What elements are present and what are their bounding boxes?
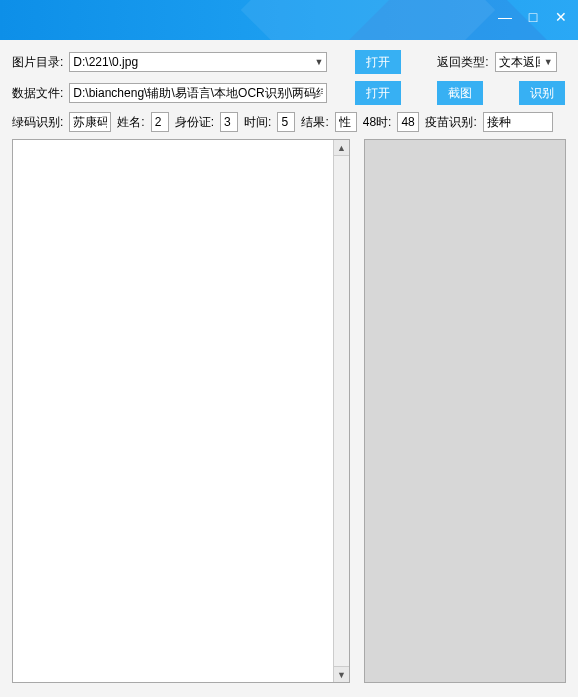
result-input[interactable] (335, 112, 357, 132)
id-input[interactable] (220, 112, 238, 132)
green-code-input[interactable] (69, 112, 111, 132)
return-type-label: 返回类型: (437, 54, 488, 71)
time-input[interactable] (277, 112, 295, 132)
vaccine-label: 疫苗识别: (425, 114, 476, 131)
capture-button[interactable]: 截图 (437, 81, 483, 105)
data-file-label: 数据文件: (12, 85, 63, 102)
result-label: 结果: (301, 114, 328, 131)
open-data-button[interactable]: 打开 (355, 81, 401, 105)
image-preview-pane (364, 139, 566, 683)
image-dir-label: 图片目录: (12, 54, 63, 71)
scroll-up-icon[interactable]: ▲ (333, 140, 349, 156)
content-area: 图片目录: ▼ 打开 返回类型: ▼ 数据文件: 打开 截图 识别 绿码识别: … (0, 40, 578, 697)
id-label: 身份证: (175, 114, 214, 131)
close-icon[interactable]: ✕ (552, 8, 570, 26)
return-type-input[interactable] (495, 52, 557, 72)
image-dir-combo[interactable]: ▼ (69, 52, 327, 72)
scroll-down-icon[interactable]: ▼ (333, 666, 349, 682)
window-controls: — □ ✕ (496, 8, 570, 26)
name-input[interactable] (151, 112, 169, 132)
title-bar: — □ ✕ (0, 0, 578, 40)
vaccine-input[interactable] (483, 112, 553, 132)
open-image-button[interactable]: 打开 (355, 50, 401, 74)
scrollbar-track[interactable] (333, 156, 349, 666)
h48-input[interactable] (397, 112, 419, 132)
text-output-pane[interactable]: ▲ ▼ (12, 139, 350, 683)
return-type-combo[interactable]: ▼ (495, 52, 557, 72)
data-file-input[interactable] (69, 83, 327, 103)
maximize-icon[interactable]: □ (524, 8, 542, 26)
row-data-file: 数据文件: 打开 截图 识别 (12, 81, 566, 105)
panes: ▲ ▼ (12, 139, 566, 683)
image-dir-input[interactable] (69, 52, 327, 72)
time-label: 时间: (244, 114, 271, 131)
row-image-dir: 图片目录: ▼ 打开 返回类型: ▼ (12, 50, 566, 74)
row-fields: 绿码识别: 姓名: 身份证: 时间: 结果: 48时: 疫苗识别: (12, 112, 566, 132)
minimize-icon[interactable]: — (496, 8, 514, 26)
name-label: 姓名: (117, 114, 144, 131)
h48-label: 48时: (363, 114, 392, 131)
green-code-label: 绿码识别: (12, 114, 63, 131)
recognize-button[interactable]: 识别 (519, 81, 565, 105)
